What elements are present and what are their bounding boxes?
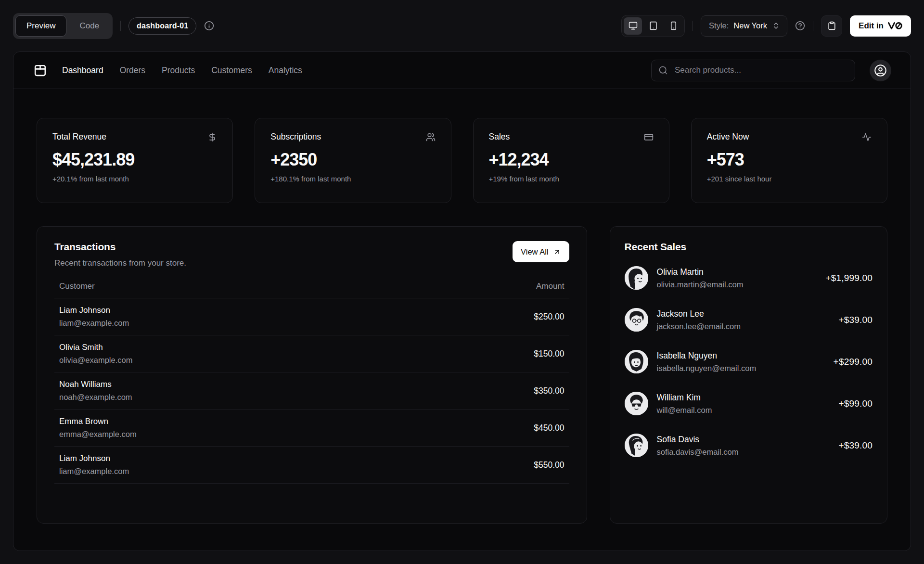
search-input[interactable]	[651, 60, 855, 81]
list-item[interactable]: William Kim will@email.com +$99.00	[625, 392, 873, 415]
sale-amount: +$39.00	[838, 315, 873, 325]
avatar	[625, 266, 648, 290]
toolbar-divider	[813, 21, 813, 31]
activity-icon	[862, 132, 872, 142]
desktop-view-button[interactable]	[624, 17, 642, 35]
device-toggle-group	[621, 15, 685, 37]
list-item[interactable]: Sofia Davis sofia.davis@email.com +$39.0…	[625, 434, 873, 457]
stat-title: Total Revenue	[52, 132, 106, 142]
stat-title: Active Now	[707, 132, 749, 142]
dollar-sign-icon	[207, 132, 217, 142]
list-item[interactable]: Jackson Lee jackson.lee@email.com +$39.0…	[625, 308, 873, 332]
info-icon[interactable]	[204, 21, 214, 31]
help-circle-icon[interactable]	[795, 21, 805, 31]
style-select[interactable]: Style: New York	[701, 15, 787, 37]
sale-customer-email: isabella.nguyen@email.com	[657, 364, 825, 373]
avatar-illustration	[625, 434, 648, 457]
customer-name: Liam Johnson	[59, 454, 129, 463]
stat-value: $45,231.89	[52, 150, 217, 170]
edit-in-v0-button[interactable]: Edit in	[850, 15, 911, 37]
user-menu-button[interactable]	[870, 60, 891, 81]
sale-customer-email: sofia.davis@email.com	[657, 448, 830, 457]
table-row[interactable]: Liam Johnson liam@example.com $250.00	[54, 298, 569, 335]
view-all-label: View All	[521, 247, 548, 256]
sale-customer-name: Sofia Davis	[657, 435, 830, 445]
store-logo-icon[interactable]	[33, 63, 48, 78]
nav-item-products[interactable]: Products	[162, 65, 195, 76]
preview-frame: Dashboard Orders Products Customers Anal…	[13, 51, 911, 551]
table-row[interactable]: Olivia Smith olivia@example.com $150.00	[54, 335, 569, 372]
customer-email: noah@example.com	[59, 393, 132, 402]
chevrons-up-down-icon	[772, 22, 780, 30]
style-select-value: New York	[733, 21, 767, 30]
sale-customer-name: Isabella Nguyen	[657, 351, 825, 361]
customer-name: Liam Johnson	[59, 306, 129, 315]
list-item[interactable]: Isabella Nguyen isabella.nguyen@email.co…	[625, 350, 873, 373]
avatar	[625, 434, 648, 457]
sale-customer-email: will@email.com	[657, 406, 830, 415]
search-field-wrap	[651, 60, 855, 81]
copy-code-button[interactable]	[821, 15, 842, 37]
edit-in-label: Edit in	[859, 21, 884, 31]
sale-customer-email: olivia.martin@email.com	[657, 280, 817, 289]
column-header-customer: Customer	[59, 282, 95, 291]
transaction-amount: $150.00	[534, 349, 564, 359]
recent-sales-list: Olivia Martin olivia.martin@email.com +$…	[625, 266, 873, 457]
nav-item-dashboard[interactable]: Dashboard	[62, 65, 103, 76]
tab-code[interactable]: Code	[68, 15, 110, 37]
customer-name: Olivia Smith	[59, 343, 132, 352]
list-item[interactable]: Olivia Martin olivia.martin@email.com +$…	[625, 266, 873, 290]
smartphone-icon	[669, 21, 678, 30]
sale-amount: +$39.00	[838, 440, 873, 451]
block-name-badge: dashboard-01	[128, 17, 196, 35]
clipboard-icon	[827, 21, 836, 30]
table-row[interactable]: Liam Johnson liam@example.com $550.00	[54, 447, 569, 484]
stats-row: Total Revenue $45,231.89 +20.1% from las…	[37, 118, 887, 203]
mobile-view-button[interactable]	[664, 17, 682, 35]
stat-value: +2350	[270, 150, 435, 170]
table-row[interactable]: Emma Brown emma@example.com $450.00	[54, 410, 569, 447]
sale-amount: +$99.00	[838, 398, 873, 409]
table-header-row: Customer Amount	[54, 282, 569, 298]
monitor-icon	[629, 21, 638, 30]
stat-card-total-revenue: Total Revenue $45,231.89 +20.1% from las…	[37, 118, 233, 203]
toolbar-divider	[120, 21, 121, 31]
stat-value: +12,234	[489, 150, 654, 170]
tab-preview[interactable]: Preview	[15, 15, 66, 37]
nav-item-customers[interactable]: Customers	[211, 65, 252, 76]
avatar	[625, 350, 648, 373]
avatar	[625, 308, 648, 332]
toolbar-divider	[693, 21, 693, 31]
view-toggle-group: Preview Code	[13, 13, 113, 39]
view-all-button[interactable]: View All	[513, 241, 569, 262]
recent-sales-title: Recent Sales	[625, 241, 873, 253]
stat-title: Subscriptions	[270, 132, 321, 142]
avatar-illustration	[625, 392, 648, 415]
transaction-amount: $450.00	[534, 423, 564, 433]
nav-item-orders[interactable]: Orders	[120, 65, 145, 76]
stat-title: Sales	[489, 132, 510, 142]
dashboard-navbar: Dashboard Orders Products Customers Anal…	[13, 52, 911, 89]
stat-value: +573	[707, 150, 872, 170]
customer-name: Emma Brown	[59, 417, 137, 426]
stat-change: +180.1% from last month	[270, 175, 435, 183]
nav-links: Dashboard Orders Products Customers Anal…	[62, 65, 302, 76]
transactions-description: Recent transactions from your store.	[54, 258, 186, 268]
stat-change: +20.1% from last month	[52, 175, 217, 183]
stat-change: +19% from last month	[489, 175, 654, 183]
avatar-illustration	[625, 266, 648, 290]
column-header-amount: Amount	[536, 282, 565, 291]
customer-name: Noah Williams	[59, 380, 132, 389]
bottom-row: Transactions Recent transactions from yo…	[37, 226, 887, 524]
nav-item-analytics[interactable]: Analytics	[269, 65, 302, 76]
dashboard-main: Total Revenue $45,231.89 +20.1% from las…	[13, 89, 911, 524]
v0-logo-icon	[888, 22, 902, 29]
transaction-amount: $550.00	[534, 460, 564, 470]
table-row[interactable]: Noah Williams noah@example.com $350.00	[54, 372, 569, 410]
tablet-view-button[interactable]	[644, 17, 662, 35]
stat-change: +201 since last hour	[707, 175, 872, 183]
sale-amount: +$1,999.00	[825, 273, 873, 283]
stat-card-sales: Sales +12,234 +19% from last month	[473, 118, 669, 203]
arrow-up-right-icon	[553, 248, 561, 256]
sale-customer-name: Olivia Martin	[657, 267, 817, 277]
